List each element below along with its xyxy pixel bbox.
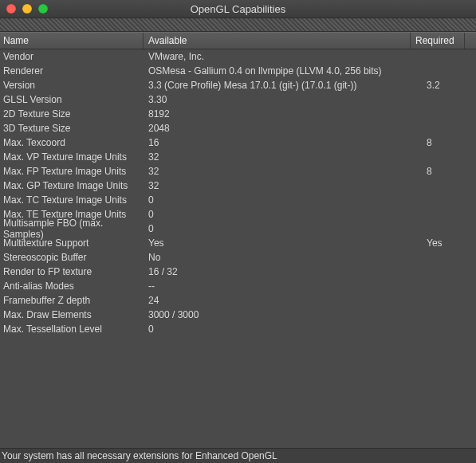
table-row[interactable]: Max. VP Texture Image Units32 xyxy=(0,150,476,164)
table-row[interactable]: Framebuffer Z depth24 xyxy=(0,293,476,308)
table-row[interactable]: Multitexture SupportYesYes xyxy=(0,236,476,250)
cell-required: 3.2 xyxy=(422,78,476,92)
cell-required xyxy=(422,150,476,164)
table-body: VendorVMware, Inc.RendererOSMesa - Galli… xyxy=(0,49,476,448)
table-row[interactable]: 2D Texture Size8192 xyxy=(0,107,476,121)
table-row[interactable]: VendorVMware, Inc. xyxy=(0,49,476,64)
column-header-available[interactable]: Available xyxy=(144,33,411,49)
table-row[interactable]: 3D Texture Size2048 xyxy=(0,121,476,135)
cell-available: 32 xyxy=(144,150,422,164)
cell-available: 3.30 xyxy=(144,92,422,107)
cell-available: Yes xyxy=(144,236,422,250)
cell-name: 3D Texture Size xyxy=(0,121,144,135)
cell-available: 16 xyxy=(144,135,422,150)
cell-name: Framebuffer Z depth xyxy=(0,293,144,308)
cell-required xyxy=(422,322,476,336)
window-titlebar: OpenGL Capabilities xyxy=(0,0,476,18)
cell-name: Max. Tessellation Level xyxy=(0,322,144,336)
cell-name: GLSL Version xyxy=(0,92,144,107)
table-row[interactable]: Render to FP texture16 / 32 xyxy=(0,265,476,279)
cell-required xyxy=(422,207,476,222)
cell-required: 8 xyxy=(422,164,476,179)
cell-required xyxy=(422,293,476,308)
table-row[interactable]: Max. Texcoord168 xyxy=(0,135,476,150)
column-header-required[interactable]: Required xyxy=(411,33,465,49)
status-text: Your system has all necessary extensions… xyxy=(2,450,277,461)
cell-name: Stereoscopic Buffer xyxy=(0,250,144,265)
table-row[interactable]: Max. Draw Elements3000 / 3000 xyxy=(0,308,476,322)
cell-available: 2048 xyxy=(144,121,422,135)
cell-name: Multisample FBO (max. Samples) xyxy=(0,222,144,236)
table-row[interactable]: RendererOSMesa - Gallium 0.4 on llvmpipe… xyxy=(0,64,476,78)
cell-available: 0 xyxy=(144,222,422,236)
window-title: OpenGL Capabilities xyxy=(0,3,476,15)
table-row[interactable]: Version3.3 (Core Profile) Mesa 17.0.1 (g… xyxy=(0,78,476,92)
cell-required xyxy=(422,107,476,121)
cell-name: Anti-alias Modes xyxy=(0,279,144,293)
cell-name: 2D Texture Size xyxy=(0,107,144,121)
cell-name: Renderer xyxy=(0,64,144,78)
header-tail xyxy=(465,33,476,49)
cell-available: 3000 / 3000 xyxy=(144,308,422,322)
cell-name: Max. Draw Elements xyxy=(0,308,144,322)
cell-available: 32 xyxy=(144,179,422,193)
cell-name: Multitexture Support xyxy=(0,236,144,250)
cell-required xyxy=(422,265,476,279)
cell-available: VMware, Inc. xyxy=(144,49,422,64)
cell-required: Yes xyxy=(422,236,476,250)
cell-available: 3.3 (Core Profile) Mesa 17.0.1 (git-) (1… xyxy=(144,78,422,92)
status-bar: Your system has all necessary extensions… xyxy=(0,448,476,463)
cell-name: Max. Texcoord xyxy=(0,135,144,150)
column-header-name[interactable]: Name xyxy=(0,33,144,49)
cell-available: OSMesa - Gallium 0.4 on llvmpipe (LLVM 4… xyxy=(144,64,422,78)
cell-name: Max. FP Texture Image Units xyxy=(0,164,144,179)
cell-name: Vendor xyxy=(0,49,144,64)
cell-name: Version xyxy=(0,78,144,92)
cell-required xyxy=(422,308,476,322)
cell-required xyxy=(422,250,476,265)
cell-required: 8 xyxy=(422,135,476,150)
cell-available: No xyxy=(144,250,422,265)
cell-required xyxy=(422,92,476,107)
table-row[interactable]: Max. FP Texture Image Units328 xyxy=(0,164,476,179)
table-row[interactable]: Anti-alias Modes-- xyxy=(0,279,476,293)
cell-required xyxy=(422,49,476,64)
cell-name: Max. GP Texture Image Units xyxy=(0,179,144,193)
table-row[interactable]: Max. TC Texture Image Units0 xyxy=(0,193,476,207)
cell-required xyxy=(422,279,476,293)
cell-available: 16 / 32 xyxy=(144,265,422,279)
cell-name: Max. VP Texture Image Units xyxy=(0,150,144,164)
cell-available: 0 xyxy=(144,207,422,222)
cell-available: -- xyxy=(144,279,422,293)
cell-required xyxy=(422,179,476,193)
cell-required xyxy=(422,193,476,207)
cell-required xyxy=(422,121,476,135)
cell-available: 8192 xyxy=(144,107,422,121)
toolbar-strip xyxy=(0,18,476,32)
table-header: Name Available Required xyxy=(0,32,476,49)
cell-available: 32 xyxy=(144,164,422,179)
table-row[interactable]: Max. Tessellation Level0 xyxy=(0,322,476,336)
cell-available: 24 xyxy=(144,293,422,308)
table-row[interactable]: Stereoscopic BufferNo xyxy=(0,250,476,265)
table-row[interactable]: Max. GP Texture Image Units32 xyxy=(0,179,476,193)
table-row[interactable]: Multisample FBO (max. Samples)0 xyxy=(0,222,476,236)
cell-required xyxy=(422,64,476,78)
cell-name: Max. TC Texture Image Units xyxy=(0,193,144,207)
cell-available: 0 xyxy=(144,193,422,207)
cell-required xyxy=(422,222,476,236)
cell-name: Render to FP texture xyxy=(0,265,144,279)
table-row[interactable]: GLSL Version3.30 xyxy=(0,92,476,107)
cell-available: 0 xyxy=(144,322,422,336)
